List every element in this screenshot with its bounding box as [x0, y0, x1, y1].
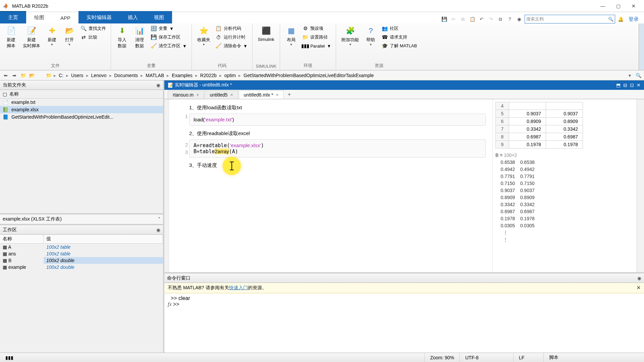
text-line[interactable]: 1、使用load函数读取txt	[189, 105, 486, 111]
status-mode[interactable]: 脚本	[543, 353, 644, 362]
workspace-row[interactable]: ▦ A100x2 table	[0, 244, 163, 250]
maximize-icon[interactable]: ⊡	[630, 82, 634, 88]
crumb[interactable]: MATLAB	[144, 73, 165, 78]
close-button[interactable]: ✕	[626, 1, 641, 11]
file-item[interactable]: 📘GetStartedWithProblemBasedOptimizeLiveE…	[0, 113, 163, 121]
support-button[interactable]: ☎请求支持	[380, 34, 418, 41]
help-icon[interactable]: ?	[506, 15, 514, 23]
paste-icon[interactable]: 📋	[468, 15, 476, 23]
text-line[interactable]: 3、手动速度	[189, 162, 486, 169]
bell-icon[interactable]: 🔔	[616, 15, 625, 23]
quickstart-link[interactable]: 快速入门	[229, 285, 248, 291]
panel-menu-icon[interactable]: ◉	[637, 276, 641, 281]
col-name[interactable]: 名称	[9, 91, 19, 97]
editor-tab[interactable]: rtansuo.m×	[168, 90, 204, 99]
preferences-button[interactable]: ⚙预设项	[301, 25, 332, 32]
favorites-button[interactable]: ⭐收藏夹▼	[195, 25, 212, 48]
undo-icon[interactable]: ↶	[478, 15, 486, 23]
run-time-button[interactable]: ⏱运行并计时	[214, 34, 249, 41]
workspace-row[interactable]: ▦ ans100x2 table	[0, 250, 163, 257]
simulink-button[interactable]: ⬛Simulink	[256, 25, 276, 43]
status-zoom[interactable]: Zoom: 90%	[424, 353, 460, 362]
learn-matlab-button[interactable]: 🎓了解 MATLAB	[380, 42, 418, 50]
workspace-row[interactable]: ▦ example100x2 double	[0, 264, 163, 270]
file-item[interactable]: 📄example.txt	[0, 99, 163, 106]
forward-button[interactable]: ➡	[11, 72, 18, 79]
open-button[interactable]: 📂打开▼	[62, 25, 77, 48]
crumb[interactable]: C:	[57, 73, 65, 78]
maximize-button[interactable]: ▢	[610, 1, 626, 11]
variable-button[interactable]: 🔢变量▼	[149, 25, 188, 32]
tab-insert[interactable]: 插入	[120, 11, 146, 23]
fx-icon[interactable]: fx	[168, 301, 172, 307]
crumb[interactable]: optim	[223, 73, 237, 78]
close-icon[interactable]: ✕	[637, 82, 641, 88]
crumb[interactable]: Users	[70, 73, 85, 78]
tab-close-icon[interactable]: ×	[196, 92, 199, 98]
text-line[interactable]: 2、使用readtable读取excel	[189, 130, 486, 137]
find-files-button[interactable]: 🔍查找文件	[79, 25, 107, 32]
layout-button[interactable]: ▦布局▼	[283, 25, 299, 48]
addr-search-button[interactable]: 🔍	[635, 72, 642, 79]
crumb[interactable]: Documents	[113, 73, 140, 78]
minimize-icon[interactable]: ⊟	[623, 82, 627, 88]
live-output-area[interactable]: 4 50.90370.9037 60.89090.8909 70.33420.3…	[492, 99, 637, 272]
crumb[interactable]: R2022b	[199, 73, 218, 78]
up-folder-button[interactable]: 📁	[19, 72, 27, 79]
crumb[interactable]: Examples	[170, 73, 194, 78]
banner-close-icon[interactable]: ✕	[637, 285, 641, 291]
status-eol[interactable]: LF	[513, 353, 543, 362]
compare-button[interactable]: ⇄比较	[79, 34, 107, 41]
tab-close-icon[interactable]: ×	[230, 92, 233, 98]
new-button[interactable]: ✚新建▼	[44, 25, 60, 48]
panel-menu-icon[interactable]: ◉	[156, 227, 160, 233]
cut-icon[interactable]: ✂	[449, 15, 458, 23]
new-live-script-button[interactable]: 📝新建 实时脚本	[21, 25, 42, 50]
tab-close-icon[interactable]: ×	[276, 92, 279, 98]
code-block[interactable]: A=readtable('example.xlsx')B=table2array…	[189, 139, 486, 158]
save-workspace-button[interactable]: 💾保存工作区	[149, 34, 188, 41]
switch-windows-icon[interactable]: ⧉	[496, 15, 504, 23]
login-button[interactable]: 登录	[626, 16, 641, 22]
clear-workspace-button[interactable]: 🧹清空工作区▼	[149, 42, 188, 50]
tab-home[interactable]: 主页	[0, 11, 26, 23]
search-docs-input[interactable]: 搜索文档 🔍	[525, 15, 615, 23]
analyze-code-button[interactable]: 📋分析代码	[214, 25, 249, 32]
command-window-input[interactable]: >> clear fx >>	[164, 293, 644, 353]
redo-icon[interactable]: ↷	[487, 15, 495, 23]
ribbon-collapse-button[interactable]	[639, 23, 644, 70]
vertical-scrollbar[interactable]	[637, 99, 644, 272]
workspace-row[interactable]: ▦ B100x2 double	[0, 257, 163, 264]
clear-cmd-button[interactable]: 🧹清除命令▼	[214, 42, 249, 50]
code-block[interactable]: load('example.txt')	[189, 114, 486, 126]
addr-dropdown-button[interactable]: ▾	[626, 72, 633, 79]
editor-tab[interactable]: untitled6.mlx *×	[239, 90, 284, 99]
copy-icon[interactable]: ⧉	[459, 15, 467, 23]
tab-apps[interactable]: APP	[52, 12, 78, 23]
clean-data-button[interactable]: 📊清理 数据	[132, 25, 147, 50]
new-script-button[interactable]: 📄新建 脚本	[3, 25, 19, 50]
tab-plots[interactable]: 绘图	[26, 11, 52, 23]
addons-button[interactable]: 🧩附加功能▼	[339, 25, 361, 48]
crumb[interactable]: GetStartedWithProblemBasedOptimizeLiveEd…	[242, 73, 375, 78]
tab-live-editor[interactable]: 实时编辑器	[78, 11, 120, 23]
ws-col-value[interactable]: 值	[44, 235, 163, 243]
status-encoding[interactable]: UTF-8	[460, 353, 513, 362]
parallel-button[interactable]: ▮▮▮Parallel▼	[301, 42, 332, 50]
ws-col-name[interactable]: 名称	[0, 235, 44, 243]
community-icon[interactable]: ◉	[515, 15, 523, 23]
import-data-button[interactable]: ⬇导入 数据	[114, 25, 130, 50]
set-path-button[interactable]: 📁设置路径	[301, 34, 332, 41]
save-icon[interactable]: 💾	[440, 15, 448, 23]
expand-icon[interactable]: ˄	[158, 217, 160, 222]
browse-button[interactable]: 📂	[28, 72, 36, 79]
back-button[interactable]: ⬅	[2, 72, 9, 79]
community-button[interactable]: 👥社区	[380, 25, 418, 32]
restore-icon[interactable]: ⬒	[616, 82, 621, 88]
new-tab-button[interactable]: +	[284, 90, 294, 99]
file-item[interactable]: 📗example.xlsx	[0, 106, 163, 113]
panel-menu-icon[interactable]: ◉	[156, 82, 160, 88]
crumb[interactable]: Lenovo	[90, 73, 108, 78]
help-button[interactable]: ?帮助▼	[363, 25, 378, 48]
breakpoint-gutter[interactable]	[164, 99, 169, 272]
